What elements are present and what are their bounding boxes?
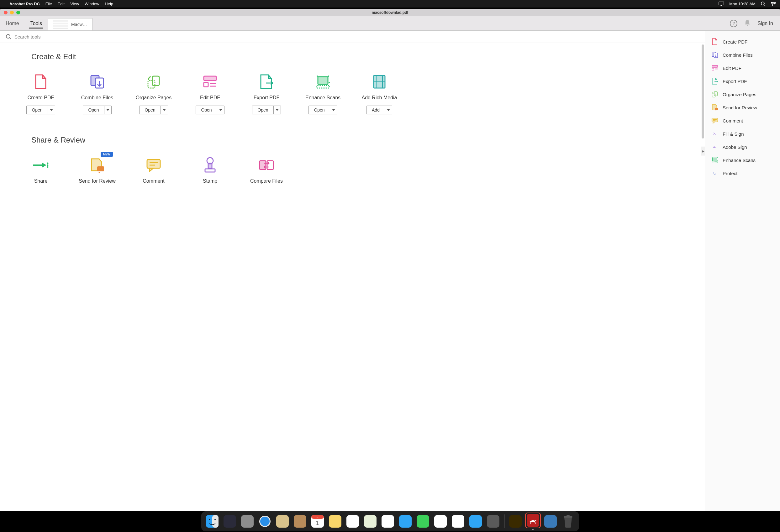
tool-open-button[interactable]: Open [26,106,55,114]
chevron-down-icon[interactable] [48,106,55,114]
sidebar-item-adobe-sign[interactable]: xkAdobe Sign [705,140,780,154]
sidebar-item-enhance[interactable]: Enhance Scans [705,154,780,167]
dock-icon-calendar[interactable]: OCT1 [310,514,326,529]
help-icon[interactable]: ? [730,20,737,27]
svg-point-40 [47,163,49,164]
window-close-button[interactable] [4,11,7,14]
tool-card-comment[interactable]: Comment [126,151,182,195]
svg-rect-80 [241,515,254,528]
menu-help[interactable]: Help [105,2,113,6]
tool-card-share[interactable]: Share [12,151,69,195]
screenmirror-icon[interactable] [719,2,724,6]
menu-file[interactable]: File [45,2,52,6]
tool-card-export[interactable]: Export PDFOpen [238,67,295,120]
sign-in-link[interactable]: Sign In [758,21,773,26]
tool-card-combine[interactable]: Combine FilesOpen [69,67,126,120]
menubar-app-name[interactable]: Acrobat Pro DC [9,2,40,6]
chevron-down-icon[interactable] [385,106,392,114]
document-tab-label: Macw… [71,22,87,27]
search-input[interactable] [14,34,699,40]
menubar-clock[interactable]: Mon 10:28 AM [729,2,755,6]
tool-card-send-review[interactable]: NEWSend for Review [69,151,126,195]
sidebar-item-fill-sign[interactable]: Fill & Sign [705,127,780,140]
tool-card-create-pdf[interactable]: Create PDFOpen [12,67,69,120]
dock-icon-launchpad[interactable] [240,514,255,529]
macos-dock-area: OCT1 [0,511,780,532]
dock-icon-messages[interactable] [397,514,413,529]
menu-edit[interactable]: Edit [58,2,64,6]
svg-rect-96 [417,515,429,528]
dock-icon-downloads[interactable] [543,514,558,529]
scrollbar[interactable] [701,45,704,139]
dock-icon-mail[interactable] [275,514,290,529]
svg-rect-86 [294,515,306,528]
svg-point-73 [717,157,718,158]
send-review-icon [88,156,106,174]
chevron-down-icon[interactable] [217,106,224,114]
sidebar-item-protect[interactable]: Protect [705,167,780,180]
tool-card-stamp[interactable]: Stamp [182,151,238,195]
menu-view[interactable]: View [70,2,79,6]
spotlight-icon[interactable] [761,1,766,6]
tool-card-organize[interactable]: Organize PagesOpen [126,67,182,120]
menu-window[interactable]: Window [85,2,99,6]
sidebar-collapse-handle[interactable]: ▶ [701,147,705,155]
compare-icon [258,156,275,174]
fill-sign-icon [711,130,718,137]
dock-icon-acrobat[interactable] [525,513,541,530]
tool-open-button[interactable]: Open [308,106,337,114]
chevron-down-icon[interactable] [104,106,111,114]
tool-card-compare[interactable]: Compare Files [238,151,295,195]
dock-icon-trash[interactable] [560,514,576,529]
dock-icon-reminders[interactable] [345,514,360,529]
dock-icon-news[interactable] [433,514,448,529]
svg-rect-50 [208,163,212,168]
tab-tools[interactable]: Tools [25,16,48,31]
dock-icon-siri[interactable] [222,514,238,529]
sidebar-item-comment[interactable]: Comment [705,114,780,127]
dock-icon-photos[interactable] [380,514,396,529]
tool-open-label: Open [140,106,160,114]
sidebar-item-label: Enhance Scans [723,158,755,163]
dock-icon-facetime[interactable] [415,514,431,529]
tool-open-button[interactable]: Open [196,106,224,114]
dock-icon-appstore[interactable] [468,514,483,529]
document-tab[interactable]: Macw… [48,18,93,31]
window-maximize-button[interactable] [16,11,20,14]
svg-rect-22 [204,83,208,87]
tool-card-rich-media[interactable]: Add Rich MediaAdd [351,67,407,120]
window-minimize-button[interactable] [10,11,14,14]
tool-open-button[interactable]: Open [83,106,111,114]
dock-icon-notes[interactable] [327,514,343,529]
dock-icon-preferences[interactable] [485,514,501,529]
comment-icon [711,117,718,124]
svg-point-7 [771,2,773,3]
tool-open-button[interactable]: Open [252,106,281,114]
dock-icon-finder[interactable] [204,514,220,529]
tool-card-edit-pdf[interactable]: Edit PDFOpen [182,67,238,120]
notifications-icon[interactable] [744,19,750,28]
tool-open-button[interactable]: Add [367,106,392,114]
sidebar-item-edit-pdf[interactable]: Edit PDF [705,61,780,74]
dock-icon-safari[interactable] [257,514,273,529]
sidebar-item-create-pdf[interactable]: Create PDF [705,35,780,48]
chevron-down-icon[interactable] [330,106,337,114]
tab-home[interactable]: Home [0,16,25,31]
sidebar-item-send-review[interactable]: Send for Review [705,101,780,114]
svg-rect-60 [714,92,717,96]
chevron-down-icon[interactable] [274,106,281,114]
controlcenter-icon[interactable] [771,2,776,6]
chevron-down-icon[interactable] [161,106,168,114]
dock-icon-itunes[interactable] [450,514,466,529]
tool-card-enhance[interactable]: Enhance ScansOpen [295,67,351,120]
dock-icon-illustrator[interactable] [507,514,523,529]
sidebar-item-export[interactable]: Export PDF [705,74,780,88]
sidebar-item-combine[interactable]: Combine Files [705,48,780,61]
enhance-icon [314,73,332,91]
dock-icon-contacts[interactable] [292,514,308,529]
sidebar-item-organize[interactable]: Organize Pages [705,88,780,101]
svg-rect-28 [316,86,329,88]
svg-point-8 [774,3,775,4]
dock-icon-maps[interactable] [362,514,378,529]
tool-open-button[interactable]: Open [139,106,168,114]
